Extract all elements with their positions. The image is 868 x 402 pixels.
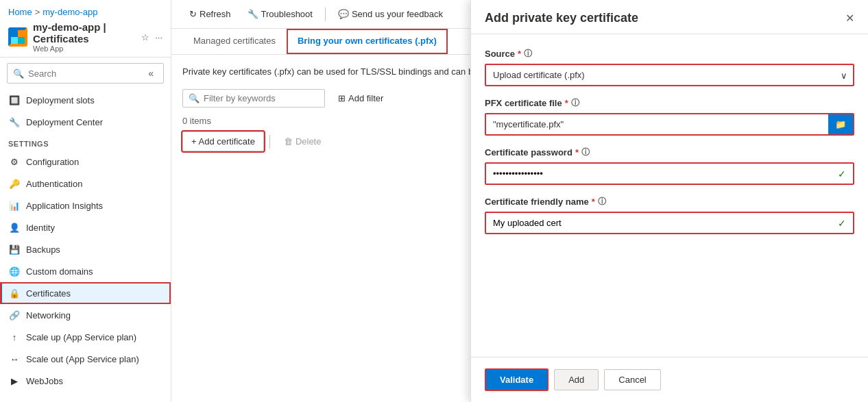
friendly-name-info-icon[interactable]: ⓘ bbox=[598, 196, 606, 208]
pfx-input-wrapper: 📁 bbox=[485, 113, 854, 136]
password-check-icon: ✓ bbox=[838, 168, 846, 179]
refresh-label: Refresh bbox=[200, 9, 231, 19]
add-button[interactable]: Add bbox=[554, 369, 599, 390]
friendly-name-input[interactable] bbox=[486, 213, 853, 233]
source-field-label: Source * ⓘ bbox=[485, 48, 854, 60]
feedback-label: Send us your feedback bbox=[352, 9, 443, 19]
pfx-info-icon[interactable]: ⓘ bbox=[571, 97, 579, 109]
sidebar-item-label: WebJobs bbox=[26, 376, 63, 386]
friendly-name-required: * bbox=[592, 197, 595, 207]
sidebar-item-label: Deployment slots bbox=[26, 95, 95, 105]
sidebar-item-authentication[interactable]: 🔑 Authentication bbox=[0, 173, 171, 194]
add-label: Add bbox=[568, 375, 584, 385]
scale-up-icon: ↑ bbox=[8, 331, 21, 343]
add-certificate-button[interactable]: + Add certificate bbox=[182, 131, 264, 151]
networking-icon: 🔗 bbox=[8, 309, 21, 321]
panel-footer: Validate Add Cancel bbox=[471, 357, 868, 402]
delete-button[interactable]: 🗑 Delete bbox=[276, 132, 330, 151]
backups-icon: 💾 bbox=[8, 243, 21, 255]
sidebar-item-application-insights[interactable]: 📊 Application Insights bbox=[0, 194, 171, 216]
add-cert-label: + Add certificate bbox=[191, 136, 255, 147]
search-icon: 🔍 bbox=[13, 68, 24, 79]
tab-managed-certificates[interactable]: Managed certificates bbox=[182, 29, 287, 54]
authentication-icon: 🔑 bbox=[8, 177, 21, 190]
friendly-name-field-label: Certificate friendly name * ⓘ bbox=[485, 196, 854, 208]
identity-icon: 👤 bbox=[8, 221, 21, 234]
validate-label: Validate bbox=[500, 375, 533, 385]
validate-button[interactable]: Validate bbox=[485, 368, 548, 391]
friendly-name-input-wrapper: ✓ bbox=[485, 212, 854, 234]
password-field-label: Certificate password * ⓘ bbox=[485, 147, 854, 158]
breadcrumb-app[interactable]: my-demo-app bbox=[43, 7, 97, 17]
collapse-icon[interactable]: « bbox=[144, 66, 158, 80]
sidebar-item-backups[interactable]: 💾 Backups bbox=[0, 238, 171, 260]
breadcrumb: Home > my-demo-app bbox=[8, 7, 162, 17]
app-title: my-demo-app | Certificates bbox=[33, 21, 136, 45]
sidebar-item-label: Authentication bbox=[26, 179, 82, 189]
sidebar-item-label: Identity bbox=[26, 223, 55, 233]
configuration-icon: ⚙ bbox=[8, 155, 21, 168]
feedback-icon: 💬 bbox=[338, 9, 349, 19]
svg-rect-0 bbox=[11, 30, 18, 37]
sidebar-item-label: Deployment Center bbox=[26, 117, 103, 127]
panel-body: Source * ⓘ Upload certificate (.pfx) Imp… bbox=[471, 34, 868, 357]
password-field-group: Certificate password * ⓘ ✓ bbox=[485, 147, 854, 185]
search-box[interactable]: 🔍 « bbox=[7, 63, 164, 84]
more-icon[interactable]: ··· bbox=[155, 32, 162, 42]
cancel-label: Cancel bbox=[618, 375, 646, 385]
friendly-name-label-text: Certificate friendly name bbox=[485, 197, 589, 207]
password-required: * bbox=[575, 147, 579, 158]
refresh-button[interactable]: ↻ Refresh bbox=[182, 5, 238, 23]
pfx-field-group: PFX certificate file * ⓘ 📁 bbox=[485, 97, 854, 136]
delete-icon: 🗑 bbox=[284, 136, 293, 147]
sidebar-item-label: Configuration bbox=[26, 157, 79, 167]
pfx-file-input[interactable] bbox=[486, 114, 828, 134]
add-filter-button[interactable]: ⊞ Add filter bbox=[330, 89, 391, 108]
filter-input[interactable] bbox=[204, 93, 319, 103]
star-icon[interactable]: ☆ bbox=[141, 32, 149, 42]
pfx-required: * bbox=[565, 98, 568, 108]
sidebar-item-networking[interactable]: 🔗 Networking bbox=[0, 304, 171, 326]
breadcrumb-home[interactable]: Home bbox=[8, 7, 32, 17]
sidebar-header: Home > my-demo-app my-demo-app | Certifi… bbox=[0, 0, 171, 58]
troubleshoot-button[interactable]: 🔧 Troubleshoot bbox=[241, 5, 320, 23]
sidebar-item-configuration[interactable]: ⚙ Configuration bbox=[0, 151, 171, 173]
add-filter-label: Add filter bbox=[348, 93, 383, 103]
svg-rect-1 bbox=[18, 30, 25, 37]
filter-input-wrapper[interactable]: 🔍 bbox=[182, 89, 325, 108]
password-input-wrapper: ✓ bbox=[485, 162, 854, 185]
sidebar-item-deployment-slots[interactable]: 🔲 Deployment slots bbox=[0, 89, 171, 111]
search-input[interactable] bbox=[28, 68, 140, 79]
app-name-block: my-demo-app | Certificates Web App bbox=[33, 21, 136, 53]
sidebar-item-label: Networking bbox=[26, 310, 71, 321]
pfx-browse-button[interactable]: 📁 bbox=[828, 114, 853, 134]
sidebar-nav: 🔲 Deployment slots 🔧 Deployment Center S… bbox=[0, 89, 171, 402]
cancel-button[interactable]: Cancel bbox=[604, 369, 660, 390]
source-required: * bbox=[518, 49, 521, 59]
source-info-icon[interactable]: ⓘ bbox=[524, 48, 532, 60]
sidebar-item-certificates[interactable]: 🔒 Certificates bbox=[0, 282, 171, 304]
feedback-button[interactable]: 💬 Send us your feedback bbox=[331, 5, 450, 23]
tab-bring-own-certificates[interactable]: Bring your own certificates (.pfx) bbox=[287, 29, 448, 54]
sidebar-item-label: Scale up (App Service plan) bbox=[26, 332, 136, 342]
password-input[interactable] bbox=[486, 164, 853, 184]
close-panel-button[interactable]: ✕ bbox=[845, 12, 854, 25]
sidebar-item-label: Custom domains bbox=[26, 266, 93, 277]
side-panel: Add private key certificate ✕ Source * ⓘ… bbox=[470, 0, 868, 402]
sidebar-item-deployment-center[interactable]: 🔧 Deployment Center bbox=[0, 111, 171, 133]
source-select-wrapper: Upload certificate (.pfx) Import Key Vau… bbox=[485, 64, 854, 86]
sidebar-item-scale-up[interactable]: ↑ Scale up (App Service plan) bbox=[0, 326, 171, 348]
custom-domains-icon: 🌐 bbox=[8, 265, 21, 277]
sidebar-item-webjobs[interactable]: ▶ WebJobs bbox=[0, 370, 171, 392]
source-select[interactable]: Upload certificate (.pfx) Import Key Vau… bbox=[485, 64, 854, 86]
password-info-icon[interactable]: ⓘ bbox=[581, 147, 590, 158]
filter-search-icon: 🔍 bbox=[189, 93, 200, 103]
filter-icon: ⊞ bbox=[338, 93, 346, 103]
sidebar-item-label: Scale out (App Service plan) bbox=[26, 354, 139, 364]
sidebar-item-custom-domains[interactable]: 🌐 Custom domains bbox=[0, 260, 171, 282]
sidebar-item-identity[interactable]: 👤 Identity bbox=[0, 216, 171, 238]
breadcrumb-separator: > bbox=[35, 7, 40, 17]
sidebar-item-scale-out[interactable]: ↔ Scale out (App Service plan) bbox=[0, 348, 171, 370]
app-title-row: my-demo-app | Certificates Web App ☆ ··· bbox=[8, 21, 162, 53]
svg-rect-3 bbox=[18, 37, 25, 44]
